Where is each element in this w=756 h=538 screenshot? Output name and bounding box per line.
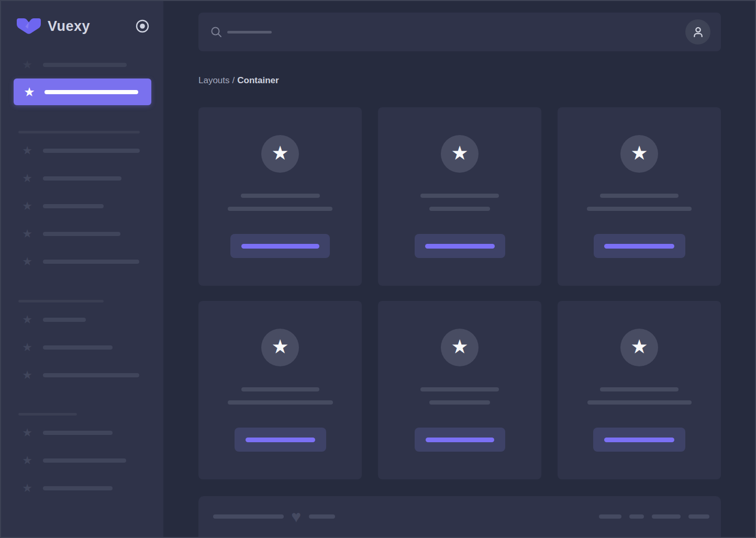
skeleton-label-bar bbox=[43, 260, 139, 264]
star-icon: ★ bbox=[630, 337, 648, 358]
skeleton-label-bar bbox=[43, 458, 126, 463]
skeleton-text-bar bbox=[429, 207, 490, 211]
sidebar-item[interactable]: ★ bbox=[1, 446, 163, 474]
skeleton-text-bar bbox=[241, 387, 319, 391]
sidebar-item[interactable]: ★ bbox=[1, 248, 163, 275]
card-avatar-circle: ★ bbox=[441, 135, 479, 173]
search-icon bbox=[210, 26, 223, 38]
card-action-button[interactable] bbox=[415, 428, 505, 452]
sidebar-item[interactable]: ★ bbox=[1, 51, 163, 79]
sidebar-section-header-bar bbox=[18, 413, 77, 416]
star-icon: ★ bbox=[21, 483, 34, 494]
skeleton-text-bar bbox=[420, 194, 499, 198]
sidebar-item[interactable]: ★ bbox=[1, 419, 163, 446]
star-icon: ★ bbox=[21, 455, 34, 466]
person-icon bbox=[691, 25, 705, 39]
footer-text-bar bbox=[309, 514, 335, 519]
sidebar-item[interactable]: ★ bbox=[1, 306, 163, 333]
skeleton-text-bar bbox=[587, 400, 692, 405]
breadcrumb-parent[interactable]: Layouts bbox=[198, 75, 230, 85]
card-action-button[interactable] bbox=[235, 428, 326, 452]
app-window: Vuexy ★ ★ ★ ★ ★ ★ bbox=[0, 0, 756, 538]
button-label-bar bbox=[425, 244, 495, 249]
sidebar-section-header-bar bbox=[18, 131, 140, 133]
star-icon: ★ bbox=[271, 143, 288, 164]
footer-links bbox=[591, 514, 709, 519]
star-icon: ★ bbox=[21, 314, 34, 326]
skeleton-text-bar bbox=[600, 194, 679, 198]
sidebar-item[interactable]: ★ bbox=[1, 220, 163, 248]
placeholder-card: ★ bbox=[558, 107, 721, 286]
card-action-button[interactable] bbox=[594, 234, 685, 258]
sidebar-item[interactable]: ★ bbox=[1, 361, 163, 389]
card-avatar-circle: ★ bbox=[261, 135, 299, 173]
breadcrumb: Layouts/Container bbox=[198, 75, 721, 86]
heart-icon: ♥ bbox=[291, 508, 301, 525]
star-icon: ★ bbox=[21, 173, 34, 184]
search-bar[interactable] bbox=[198, 13, 721, 51]
sidebar: Vuexy ★ ★ ★ ★ ★ ★ bbox=[1, 1, 163, 537]
skeleton-label-bar bbox=[43, 318, 86, 322]
button-label-bar bbox=[604, 244, 674, 249]
sidebar-item[interactable]: ★ bbox=[1, 192, 163, 220]
skeleton-label-bar bbox=[43, 176, 121, 181]
card-avatar-circle: ★ bbox=[620, 135, 658, 173]
skeleton-text-bar bbox=[600, 387, 679, 391]
footer-text-bar bbox=[213, 514, 284, 519]
sidebar-item[interactable]: ★ bbox=[1, 474, 163, 502]
card-action-button[interactable] bbox=[230, 234, 330, 258]
breadcrumb-current: Container bbox=[237, 75, 279, 85]
star-icon: ★ bbox=[21, 256, 34, 267]
placeholder-card: ★ bbox=[198, 301, 362, 479]
star-icon: ★ bbox=[451, 337, 468, 358]
user-avatar-button[interactable] bbox=[685, 19, 710, 44]
skeleton-label-bar bbox=[43, 345, 113, 350]
brand-title: Vuexy bbox=[48, 18, 90, 35]
star-icon: ★ bbox=[21, 145, 34, 156]
button-label-bar bbox=[246, 438, 315, 442]
placeholder-card: ★ bbox=[378, 107, 541, 286]
skeleton-text-bar bbox=[420, 387, 499, 391]
star-icon: ★ bbox=[21, 427, 34, 439]
card-avatar-circle: ★ bbox=[441, 329, 479, 366]
skeleton-text-bar bbox=[587, 207, 692, 211]
search-placeholder-bar bbox=[227, 31, 272, 33]
skeleton-label-bar bbox=[43, 63, 127, 67]
vuexy-logo-icon bbox=[16, 15, 42, 37]
footer-link-bar bbox=[688, 514, 709, 519]
star-icon: ★ bbox=[271, 337, 288, 358]
placeholder-card: ★ bbox=[378, 301, 541, 479]
button-label-bar bbox=[241, 244, 319, 249]
star-icon: ★ bbox=[21, 342, 34, 353]
placeholder-card: ★ bbox=[558, 301, 721, 479]
main-content: Layouts/Container ★ ★ ★ bbox=[198, 1, 721, 538]
sidebar-section-header-bar bbox=[18, 300, 104, 302]
skeleton-label-bar bbox=[43, 431, 113, 435]
sidebar-item-active[interactable]: ★ bbox=[14, 79, 151, 105]
footer-link-bar bbox=[652, 514, 681, 519]
footer-link-bar bbox=[599, 514, 621, 519]
brand-header: Vuexy bbox=[1, 1, 163, 51]
star-icon: ★ bbox=[451, 143, 468, 164]
card-action-button[interactable] bbox=[593, 428, 685, 452]
skeleton-text-bar bbox=[228, 207, 332, 211]
star-icon: ★ bbox=[21, 200, 34, 212]
sidebar-item[interactable]: ★ bbox=[1, 333, 163, 361]
card-grid: ★ ★ ★ bbox=[198, 107, 721, 479]
card-avatar-circle: ★ bbox=[620, 329, 658, 366]
card-action-button[interactable] bbox=[415, 234, 505, 258]
skeleton-label-bar bbox=[43, 373, 139, 377]
radio-dot-icon[interactable] bbox=[135, 19, 150, 33]
button-label-bar bbox=[426, 438, 494, 442]
footer: ♥ bbox=[198, 496, 721, 538]
star-icon: ★ bbox=[21, 59, 34, 71]
skeleton-text-bar bbox=[429, 400, 490, 405]
card-avatar-circle: ★ bbox=[261, 329, 299, 366]
sidebar-item[interactable]: ★ bbox=[1, 137, 163, 164]
skeleton-label-bar bbox=[45, 90, 138, 94]
star-icon: ★ bbox=[630, 143, 648, 164]
sidebar-item[interactable]: ★ bbox=[1, 164, 163, 192]
footer-link-bar bbox=[629, 514, 644, 519]
star-icon: ★ bbox=[23, 86, 36, 98]
star-icon: ★ bbox=[21, 369, 34, 381]
